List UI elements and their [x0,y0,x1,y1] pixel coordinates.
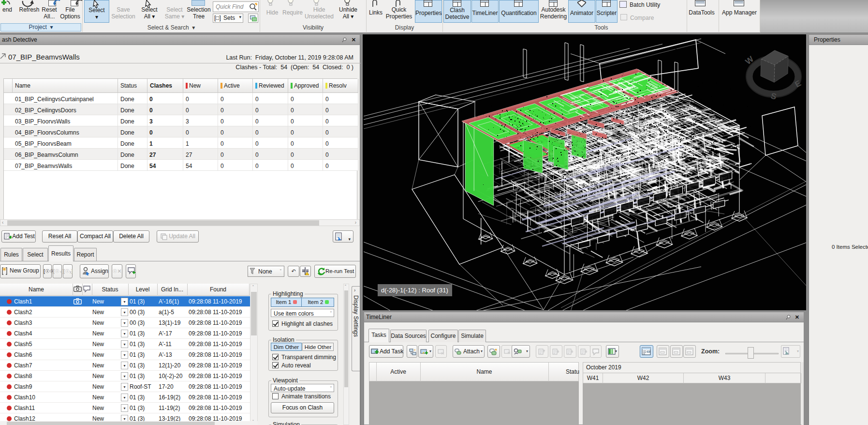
svg-text:d(-28)-1(-12) : Roof (31): d(-28)-1(-12) : Roof (31) [381,287,448,294]
